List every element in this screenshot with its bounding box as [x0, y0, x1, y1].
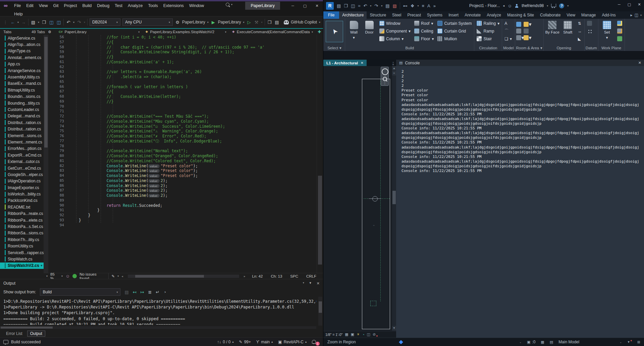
measure-icon[interactable]: ⊷: [403, 3, 408, 8]
line-ending-indicator[interactable]: CRLF: [302, 274, 320, 278]
undo-button[interactable]: ↶: [66, 20, 71, 25]
file-item[interactable]: AlignService.cs: [0, 35, 44, 41]
ribbon-button-set[interactable]: Set▾: [599, 19, 615, 40]
file-item[interactable]: StopWatch.cs: [0, 256, 44, 262]
selection-filter-button[interactable]: ▼: [627, 340, 632, 344]
chevron-down-icon[interactable]: ▾: [73, 21, 74, 24]
panel-label[interactable]: Build: [346, 45, 473, 51]
revit-close-button[interactable]: ✕: [634, 0, 644, 9]
view-tab-list-button[interactable]: ⌄≡: [390, 60, 396, 66]
ribbon-button-stair[interactable]: Stair: [475, 35, 501, 43]
chevron-down-icon[interactable]: ▾: [207, 21, 209, 24]
live-share-icon[interactable]: ☺: [65, 274, 70, 279]
steering-wheel-icon[interactable]: [382, 68, 388, 75]
file-item[interactable]: ImageExporter.cs: [0, 184, 44, 191]
panel-label[interactable]: Opening: [545, 45, 583, 51]
canvas-vertical-scrollbar[interactable]: ▲ ≡ ▼: [392, 66, 396, 331]
timestamp-icon[interactable]: ◔: [163, 290, 166, 295]
ribbon-tab-structure[interactable]: Structure: [367, 11, 389, 19]
file-item[interactable]: ExportR...eCmd.cs: [0, 152, 44, 158]
ribbon-tab-file[interactable]: File: [323, 11, 339, 19]
navigate-back-button[interactable]: ←: [10, 20, 15, 25]
ribbon-button-floor[interactable]: Floor▾: [413, 35, 435, 43]
file-item[interactable]: IsWorksh...bility.cs: [0, 191, 44, 197]
aligned-dimension-icon[interactable]: ❖: [411, 3, 415, 8]
file-item[interactable]: Distribut...ration.cs: [0, 126, 44, 132]
scrollbar-thumb[interactable]: [44, 37, 48, 148]
menu-item-tools[interactable]: Tools: [146, 3, 161, 8]
ribbon-button-dim[interactable]: [586, 19, 593, 27]
visual-style-icon[interactable]: ▣: [351, 332, 354, 337]
file-item[interactable]: AlignTop...ation.cs: [0, 41, 44, 48]
design-option-dropdown[interactable]: Main Model ⌄: [558, 340, 622, 344]
ribbon-button-showwp[interactable]: [616, 19, 624, 27]
panel-label[interactable]: Work Plane: [599, 45, 624, 51]
zoom-tool-icon[interactable]: [383, 77, 387, 81]
output-vertical-scrollbar[interactable]: [318, 297, 322, 326]
more-tools-icon[interactable]: »: [433, 3, 436, 8]
print-icon[interactable]: ▤: [385, 3, 389, 8]
undo-icon[interactable]: ↶: [363, 3, 367, 8]
find-in-files-icon[interactable]: ❒: [267, 20, 272, 25]
file-item[interactable]: RibbonTh...ility.cs: [0, 236, 44, 243]
vs-close-button[interactable]: ✕: [311, 1, 323, 10]
file-item[interactable]: ServiceB...rapper.cs: [0, 249, 44, 256]
file-item[interactable]: AlignType.cs: [0, 48, 44, 54]
goto-next-icon[interactable]: ↦: [141, 290, 144, 295]
github-copilot-button[interactable]: GitHub Copilot ▾: [284, 20, 320, 24]
navigate-forward-button[interactable]: →: [21, 20, 26, 25]
editor-vertical-scrollbar[interactable]: [317, 35, 323, 273]
ribbon-button-curtain-system[interactable]: Curtain System: [436, 19, 473, 27]
chevron-down-icon[interactable]: ▾: [547, 4, 548, 7]
save-status-indicator[interactable]: ↑↓0 / 0▴: [217, 340, 233, 344]
startup-project-label[interactable]: PaperLibrary: [182, 20, 205, 24]
clear-all-icon[interactable]: ≣: [148, 290, 152, 295]
file-tabs-icon[interactable]: ▤: [337, 3, 341, 8]
chevron-down-icon[interactable]: ▾: [46, 275, 48, 278]
window-layout-icon[interactable]: ▤: [274, 20, 280, 25]
ribbon-button-mullion[interactable]: Mullion: [436, 35, 473, 43]
ribbon-tab-add-ins[interactable]: Add-Ins: [599, 11, 619, 19]
file-item[interactable]: Boundin...sions.cs: [0, 94, 44, 100]
ribbon-button-corner[interactable]: ◣: [577, 35, 583, 43]
breadcrumb-segment[interactable]: C#PaperLibrary▾: [56, 30, 142, 34]
shadows-icon[interactable]: ◔: [362, 333, 365, 337]
search-collapse-icon[interactable]: ◂: [503, 4, 504, 7]
code-editor[interactable]: 56 //for (int i = 0; i < 40; ++i)57 //{5…: [48, 35, 317, 273]
menu-item-window[interactable]: Window: [186, 3, 207, 8]
scrollbar-thumb[interactable]: [318, 176, 322, 265]
file-item[interactable]: GetCurr...eCmd.cs: [0, 165, 44, 171]
notifications-button[interactable]: 1: [312, 338, 320, 346]
save-button[interactable]: ◫: [49, 20, 54, 25]
ribbon-tab-manage[interactable]: Manage: [578, 11, 599, 19]
file-item[interactable]: BaselEx...mand.cs: [0, 80, 44, 87]
file-item[interactable]: CustomLeader.cs: [0, 106, 44, 113]
tab-output[interactable]: Output: [27, 331, 45, 337]
scrollbar-thumb[interactable]: [319, 301, 322, 313]
word-wrap-icon[interactable]: ↵: [156, 290, 159, 295]
ribbon-tab-annotate[interactable]: Annotate: [462, 11, 484, 19]
select-by-id-icon[interactable]: ⊞: [637, 340, 640, 344]
ribbon-button-window[interactable]: Window: [378, 19, 412, 27]
goto-previous-icon[interactable]: ↤: [133, 290, 137, 295]
search-users-icon[interactable]: ☺: [507, 3, 512, 8]
menu-item-git[interactable]: Git: [51, 3, 61, 8]
close-icon[interactable]: ✕: [317, 281, 320, 286]
ribbon-icon-button[interactable]: [516, 21, 522, 27]
open-icon[interactable]: ❒: [344, 3, 348, 8]
file-item[interactable]: ElementI...sions.cs: [0, 132, 44, 139]
file-item[interactable]: Delegat...mand.cs: [0, 113, 44, 119]
file-item[interactable]: AssemblyUtility.cs: [0, 74, 44, 80]
file-item[interactable]: Annotat...ement.cs: [0, 54, 44, 61]
file-item[interactable]: BitmapUtility.cs: [0, 87, 44, 93]
menu-item-analyze[interactable]: Analyze: [125, 3, 145, 8]
chevron-down-icon[interactable]: ⌄: [519, 341, 522, 344]
panel-label[interactable]: Room & Area▾: [516, 45, 542, 51]
output-horizontal-scrollbar[interactable]: [0, 326, 316, 329]
menu-item-test[interactable]: Test: [112, 3, 125, 8]
vs-minimize-button[interactable]: ─: [287, 1, 299, 10]
panel-label[interactable]: Model: [503, 45, 514, 51]
menu-item-file[interactable]: File: [11, 3, 23, 8]
hide-elements-icon[interactable]: ⊘: [373, 332, 376, 337]
revit-minimize-button[interactable]: ─: [614, 0, 624, 9]
